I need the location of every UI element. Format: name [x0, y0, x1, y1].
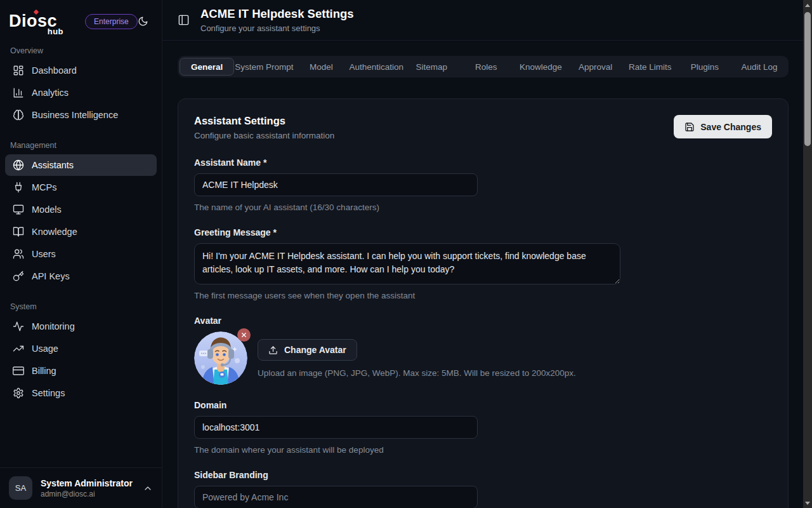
sidebar-item-assistants[interactable]: Assistants [5, 154, 157, 176]
chevron-up-icon [143, 483, 153, 493]
user-menu[interactable]: SA System Administrator admin@diosc.ai [0, 467, 162, 508]
remove-avatar-button[interactable] [237, 328, 251, 342]
sidebar-item-label: Settings [32, 388, 65, 398]
sidebar-item-analytics[interactable]: Analytics [5, 82, 157, 104]
sidebar-item-label: Monitoring [32, 321, 75, 331]
vertical-scrollbar [803, 0, 812, 508]
sidebar-item-models[interactable]: Models [5, 199, 157, 220]
close-icon [240, 331, 247, 338]
assistant-name-input[interactable] [194, 173, 478, 196]
sidebar-item-monitoring[interactable]: Monitoring [5, 316, 157, 337]
sidebar-item-label: API Keys [32, 271, 70, 281]
users-icon [13, 248, 24, 260]
save-changes-label: Save Changes [700, 122, 761, 132]
card-title: Assistant Settings [194, 115, 334, 127]
brand-logo: Diosc hub [9, 13, 57, 30]
branding-input[interactable] [194, 486, 478, 508]
sidebar-item-label: Analytics [32, 88, 69, 98]
section-label-overview: Overview [10, 46, 152, 55]
page-title: ACME IT Helpdesk Settings [200, 7, 354, 21]
sidebar-item-label: Business Intelligence [32, 110, 118, 120]
scrollbar-thumb[interactable] [804, 12, 811, 146]
sidebar-header: Diosc hub Enterprise [0, 0, 162, 37]
credit-card-icon [13, 365, 24, 377]
settings-tab-bar: General System Prompt Model Authenticati… [178, 56, 789, 77]
user-info: System Administrator admin@diosc.ai [41, 478, 133, 498]
user-email: admin@diosc.ai [41, 490, 133, 498]
avatar-row: Change Avatar Upload an image (PNG, JPG,… [194, 331, 772, 385]
key-icon [13, 271, 24, 282]
sidebar-item-knowledge[interactable]: Knowledge [5, 221, 157, 243]
sidebar-item-api-keys[interactable]: API Keys [5, 265, 157, 287]
tab-plugins[interactable]: Plugins [678, 58, 732, 76]
dark-mode-toggle[interactable] [138, 16, 148, 27]
change-avatar-button[interactable]: Change Avatar [258, 339, 357, 361]
user-name: System Administrator [41, 478, 133, 488]
avatar-preview [194, 331, 247, 385]
domain-input[interactable] [194, 416, 478, 439]
card-subtitle: Configure basic assistant information [194, 131, 334, 140]
tab-knowledge[interactable]: Knowledge [513, 58, 568, 76]
sidebar-item-dashboard[interactable]: Dashboard [5, 60, 157, 81]
avatar-actions: Change Avatar Upload an image (PNG, JPG,… [258, 331, 576, 378]
brain-icon [13, 109, 24, 121]
tab-roles[interactable]: Roles [459, 58, 513, 76]
enterprise-badge: Enterprise [85, 14, 138, 29]
dashboard-icon [13, 65, 24, 76]
globe-icon [13, 159, 24, 171]
tab-system-prompt[interactable]: System Prompt [234, 58, 294, 76]
sidebar-item-billing[interactable]: Billing [5, 360, 157, 382]
page-subtitle: Configure your assistant settings [200, 23, 354, 33]
sidebar-nav: Overview Dashboard Analytics Business In… [0, 37, 162, 404]
page-content: General System Prompt Model Authenticati… [162, 41, 812, 508]
scroll-up-button[interactable] [803, 1, 812, 10]
greeting-textarea[interactable]: Hi! I'm your ACME IT Helpdesk assistant.… [194, 243, 620, 284]
sidebar-item-settings[interactable]: Settings [5, 382, 157, 404]
assistant-name-label: Assistant Name * [194, 157, 772, 168]
user-initials: SA [15, 483, 26, 493]
sidebar-collapse-button[interactable] [178, 14, 190, 26]
tab-authentication[interactable]: Authentication [349, 58, 405, 76]
avatar-label: Avatar [194, 316, 772, 326]
page-header: ACME IT Helpdesk Settings Configure your… [162, 0, 812, 41]
sidebar-item-business-intelligence[interactable]: Business Intelligence [5, 104, 157, 126]
sidebar-item-label: MCPs [32, 182, 56, 192]
tab-sitemap[interactable]: Sitemap [404, 58, 459, 76]
tab-approval[interactable]: Approval [568, 58, 622, 76]
sidebar-item-label: Assistants [32, 160, 74, 170]
page-header-text: ACME IT Helpdesk Settings Configure your… [200, 7, 354, 33]
sidebar-item-label: Users [32, 249, 56, 259]
save-changes-button[interactable]: Save Changes [674, 115, 772, 138]
app-window: Diosc hub Enterprise Overview Dashboard … [0, 0, 812, 508]
sidebar-item-label: Dashboard [32, 65, 77, 76]
section-label-system: System [10, 302, 152, 311]
scroll-down-icon [805, 502, 810, 505]
tab-model[interactable]: Model [294, 58, 348, 76]
assistant-name-helper: The name of your AI assistant (16/30 cha… [194, 203, 772, 212]
tab-audit-log[interactable]: Audit Log [732, 58, 787, 76]
tab-general[interactable]: General [180, 58, 234, 76]
domain-label: Domain [194, 400, 772, 410]
activity-icon [13, 321, 24, 332]
section-label-management: Management [10, 141, 152, 150]
card-header-text: Assistant Settings Configure basic assis… [194, 115, 334, 140]
main-area: ACME IT Helpdesk Settings Configure your… [162, 0, 812, 508]
branding-label: Sidebar Branding [194, 470, 772, 480]
sidebar-item-label: Knowledge [32, 227, 77, 237]
scroll-down-button[interactable] [803, 498, 812, 507]
scroll-up-icon [805, 4, 810, 7]
sidebar-item-users[interactable]: Users [5, 243, 157, 265]
trending-up-icon [13, 343, 24, 354]
sidebar-item-label: Usage [32, 344, 58, 354]
user-avatar: SA [9, 476, 32, 500]
sidebar-item-mcps[interactable]: MCPs [5, 177, 157, 198]
sidebar-item-label: Models [32, 204, 62, 215]
moon-icon [138, 16, 148, 27]
assistant-name-field-group: Assistant Name * The name of your AI ass… [194, 157, 772, 212]
tab-rate-limits[interactable]: Rate Limits [623, 58, 678, 76]
sidebar-item-label: Billing [32, 366, 56, 376]
sidebar-item-usage[interactable]: Usage [5, 338, 157, 359]
branding-field-group: Sidebar Branding [194, 470, 772, 508]
avatar-helper: Upload an image (PNG, JPG, WebP). Max si… [258, 368, 576, 378]
panel-left-icon [178, 14, 190, 26]
